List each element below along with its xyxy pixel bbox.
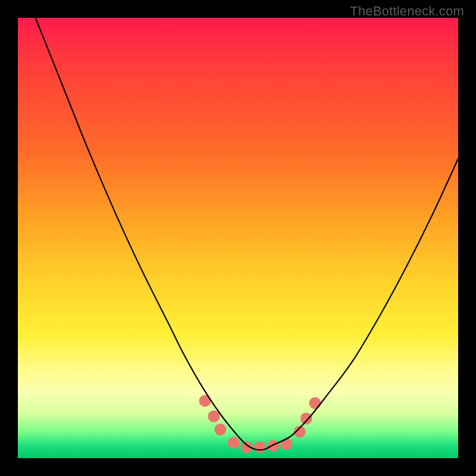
watermark-text: TheBottleneck.com (350, 4, 464, 19)
bottleneck-curve-path (36, 18, 458, 450)
curve-marker (228, 437, 240, 449)
curve-marker (309, 397, 321, 409)
chart-svg (18, 18, 458, 458)
curve-marker (214, 424, 226, 436)
curve-marker (300, 412, 312, 424)
curve-marker (208, 411, 220, 422)
chart-frame: TheBottleneck.com (0, 0, 476, 476)
plot-area (18, 18, 458, 458)
curve-marker (254, 441, 266, 453)
curve-marker (280, 438, 292, 450)
curve-marker (267, 440, 279, 452)
